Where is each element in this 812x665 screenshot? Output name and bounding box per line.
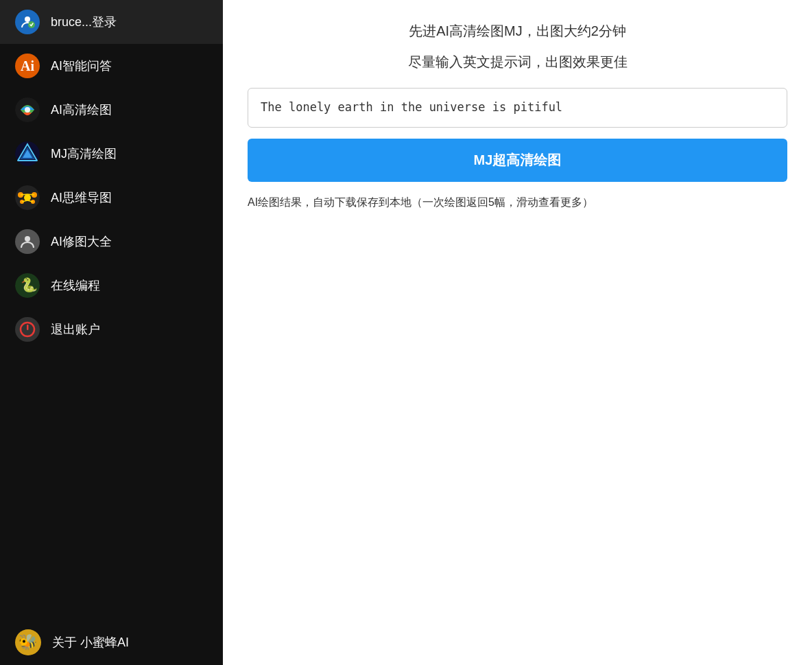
image-top-right[interactable] <box>519 221 788 371</box>
result-info: AI绘图结果，自动下载保存到本地（一次绘图返回5幅，滑动查看更多） <box>248 196 787 210</box>
main-area: 先进AI高清绘图MJ，出图大约2分钟 尽量输入英文提示词，出图效果更佳 MJ超高… <box>223 0 812 665</box>
svg-line-15 <box>27 194 34 195</box>
sidebar-item-ai-photo[interactable]: AI修图大全 <box>0 220 223 264</box>
generate-button[interactable]: MJ超高清绘图 <box>248 139 787 182</box>
sidebar-item-login[interactable]: bruce...登录 <box>0 0 223 44</box>
svg-line-14 <box>21 194 27 195</box>
sidebar-label-about: 关于 小蜜蜂AI <box>52 634 129 651</box>
header-line2: 尽量输入英文提示词，出图效果更佳 <box>248 53 787 71</box>
sidebar-label-ai-mind: AI思维导图 <box>51 189 112 206</box>
sidebar-item-ai-qa[interactable]: Ai AI智能问答 <box>0 44 223 88</box>
svg-text:🐝: 🐝 <box>19 633 38 651</box>
svg-point-18 <box>25 236 30 242</box>
logout-icon <box>15 317 40 342</box>
sidebar-item-ai-mind[interactable]: AI思维导图 <box>0 176 223 220</box>
sidebar: bruce...登录 Ai AI智能问答 AI高清绘图 <box>0 0 223 665</box>
svg-point-0 <box>25 16 30 22</box>
header-line1: 先进AI高清绘图MJ，出图大约2分钟 <box>248 22 787 40</box>
mj-icon <box>15 141 40 166</box>
sidebar-item-ai-paint[interactable]: AI高清绘图 <box>0 88 223 132</box>
svg-rect-22 <box>27 325 29 330</box>
svg-point-9 <box>24 194 31 201</box>
sidebar-item-coding[interactable]: 🐍 在线编程 <box>0 264 223 307</box>
sidebar-label-logout: 退出账户 <box>51 321 100 338</box>
photo-icon <box>15 229 40 254</box>
sidebar-label-login: bruce...登录 <box>51 14 117 30</box>
sidebar-label-ai-qa: AI智能问答 <box>51 58 112 74</box>
sidebar-label-ai-paint: AI高清绘图 <box>51 102 112 118</box>
user-icon <box>15 10 40 34</box>
image-top-left[interactable] <box>248 221 516 371</box>
prompt-input[interactable] <box>248 88 787 128</box>
sidebar-label-mj-paint: MJ高清绘图 <box>51 145 117 162</box>
svg-text:🐍: 🐍 <box>21 277 38 293</box>
sidebar-item-about[interactable]: 🐝 关于 小蜜蜂AI <box>0 620 223 665</box>
sidebar-label-ai-photo: AI修图大全 <box>51 233 112 250</box>
mind-icon <box>15 185 40 210</box>
sidebar-label-coding: 在线编程 <box>51 277 100 294</box>
image-bottom-right[interactable] <box>519 374 788 524</box>
svg-point-3 <box>25 107 30 113</box>
sidebar-item-logout[interactable]: 退出账户 <box>0 307 223 351</box>
image-grid <box>248 221 787 524</box>
content-area: 先进AI高清绘图MJ，出图大约2分钟 尽量输入英文提示词，出图效果更佳 MJ超高… <box>223 0 812 665</box>
coding-icon: 🐍 <box>15 273 40 298</box>
about-avatar: 🐝 <box>15 629 41 655</box>
ai-paint-icon <box>15 97 40 122</box>
ai-icon: Ai <box>15 54 40 78</box>
sidebar-item-mj-paint[interactable]: MJ高清绘图 <box>0 132 223 176</box>
image-bottom-left[interactable] <box>248 374 516 524</box>
